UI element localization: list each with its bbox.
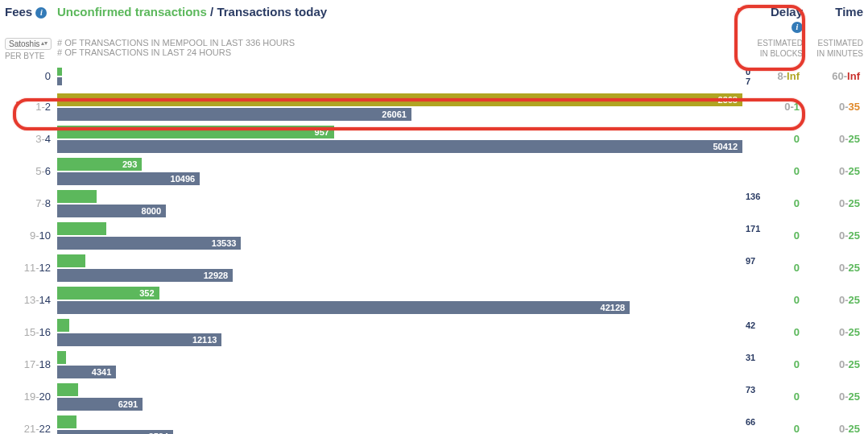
today-value: 26061 xyxy=(382,110,407,119)
title-slash: / xyxy=(207,5,217,19)
unconfirmed-label: Unconfirmed transactions xyxy=(57,5,207,19)
bars: 1368000 xyxy=(57,188,742,220)
fee-range: 1-2 xyxy=(5,91,57,123)
unconfirmed-value: 293 xyxy=(122,159,137,169)
time-value: 0-25 xyxy=(803,381,863,413)
today-bar[interactable]: 6291 xyxy=(57,398,143,411)
fee-chart: Fees i Unconfirmed transactions / Transa… xyxy=(5,5,863,434)
subheader: Satoshis ▴▾ PER BYTE # OF TRANSACTIONS I… xyxy=(5,38,863,60)
fee-range: 19-20 xyxy=(5,381,57,413)
time-subhead: ESTIMATED IN MINUTES xyxy=(803,38,863,60)
unconfirmed-value: 66 xyxy=(746,417,755,427)
delay-value: 8-Inf xyxy=(742,62,803,91)
bars: 95750412 xyxy=(57,123,742,155)
fees-label: Fees xyxy=(5,5,32,19)
unconfirmed-bar[interactable]: 66 xyxy=(57,415,76,428)
time-value: 0-25 xyxy=(803,123,863,155)
bars: 07 xyxy=(57,62,742,91)
bars: 736291 xyxy=(57,381,742,413)
today-value: 6291 xyxy=(118,399,138,409)
today-bar[interactable]: 12928 xyxy=(57,269,233,282)
bars: 236826061 xyxy=(57,91,742,123)
time-value: 0-25 xyxy=(803,188,863,220)
fees-heading: Fees i xyxy=(5,5,57,19)
unconfirmed-value: 42 xyxy=(746,320,755,330)
today-bar[interactable]: 4341 xyxy=(57,366,116,378)
unit-select[interactable]: Satoshis ▴▾ xyxy=(5,38,52,50)
time-value: 0-35 xyxy=(803,91,863,123)
time-heading: Time xyxy=(803,5,863,19)
today-bar[interactable]: 50412 xyxy=(57,140,742,153)
unconfirmed-value: 957 xyxy=(315,127,329,137)
table-row: 21-2266853400-25 xyxy=(5,413,863,434)
unconfirmed-bar[interactable]: 2368 xyxy=(57,93,742,106)
time-value: 0-25 xyxy=(803,349,863,381)
time-value: 0-25 xyxy=(803,252,863,284)
today-bar[interactable]: 7 xyxy=(57,77,62,85)
time-value: 60-Inf xyxy=(803,62,863,91)
today-label: Transactions today xyxy=(217,5,327,19)
unconfirmed-bar[interactable]: 957 xyxy=(57,126,334,138)
unconfirmed-bar[interactable]: 352 xyxy=(57,287,159,300)
unconfirmed-bar[interactable]: 73 xyxy=(57,383,78,396)
info-icon[interactable]: i xyxy=(35,7,47,19)
fee-range: 15-16 xyxy=(5,316,57,349)
table-row: 17-1831434100-25 xyxy=(5,349,863,381)
header: Fees i Unconfirmed transactions / Transa… xyxy=(5,5,863,33)
unconfirmed-bar[interactable]: 136 xyxy=(57,190,97,203)
today-bar[interactable]: 42128 xyxy=(57,301,630,314)
unconfirmed-bar[interactable]: 171 xyxy=(57,222,106,235)
today-value: 7 xyxy=(746,76,750,86)
time-value: 0-25 xyxy=(803,155,863,188)
unconfirmed-bar[interactable]: 0 xyxy=(57,68,62,76)
chart-title: Unconfirmed transactions / Transactions … xyxy=(57,5,742,19)
today-bar[interactable]: 26061 xyxy=(57,108,411,121)
table-row: 11-12971292800-25 xyxy=(5,252,863,284)
today-value: 8534 xyxy=(149,432,168,434)
today-value: 8000 xyxy=(142,206,161,216)
unconfirmed-bar[interactable]: 42 xyxy=(57,319,69,332)
today-bar[interactable]: 13533 xyxy=(57,237,241,250)
unconfirmed-value: 136 xyxy=(746,192,760,201)
unconfirmed-value: 0 xyxy=(746,67,750,76)
bars: 4212113 xyxy=(57,316,742,349)
unconfirmed-bar[interactable]: 31 xyxy=(57,351,66,364)
table-row: 9-101711353300-25 xyxy=(5,220,863,252)
today-value: 12928 xyxy=(204,271,229,280)
delay-value: 0 xyxy=(742,123,803,155)
fee-range: 0 xyxy=(5,62,57,91)
today-value: 42128 xyxy=(601,303,626,312)
today-value: 50412 xyxy=(713,142,738,151)
chevron-updown-icon: ▴▾ xyxy=(41,40,48,47)
unconfirmed-bar[interactable]: 97 xyxy=(57,254,85,267)
bars: 17113533 xyxy=(57,220,742,252)
delay-heading: Delay xyxy=(742,5,803,19)
today-bar[interactable]: 8000 xyxy=(57,205,166,217)
unconfirmed-value: 31 xyxy=(746,353,755,362)
unconfirmed-value: 352 xyxy=(139,288,154,298)
fee-range: 21-22 xyxy=(5,413,57,434)
per-byte-label: PER BYTE xyxy=(5,52,57,60)
today-value: 13533 xyxy=(212,238,237,248)
today-value: 4341 xyxy=(92,367,111,377)
time-value: 0-25 xyxy=(803,413,863,434)
bars: 9712928 xyxy=(57,252,742,284)
chart-rows: 0078-Inf60-Inf1-22368260610-10-353-49575… xyxy=(5,62,863,434)
fee-range: 3-4 xyxy=(5,123,57,155)
table-row: 19-2073629100-25 xyxy=(5,381,863,413)
info-icon[interactable]: i xyxy=(792,22,803,33)
bars: 29310496 xyxy=(57,155,742,188)
fee-range: 13-14 xyxy=(5,284,57,316)
today-bar[interactable]: 10496 xyxy=(57,172,200,185)
today-bar[interactable]: 12113 xyxy=(57,333,221,346)
unconfirmed-bar[interactable]: 293 xyxy=(57,158,142,171)
table-row: 0078-Inf60-Inf xyxy=(5,62,863,91)
fee-range: 5-6 xyxy=(5,155,57,188)
today-bar[interactable]: 8534 xyxy=(57,430,173,434)
table-row: 15-16421211300-25 xyxy=(5,316,863,349)
bars: 314341 xyxy=(57,349,742,381)
table-row: 13-143524212800-25 xyxy=(5,284,863,316)
time-value: 0-25 xyxy=(803,220,863,252)
today-value: 12113 xyxy=(192,335,217,345)
delay-value: 0-1 xyxy=(742,91,803,123)
